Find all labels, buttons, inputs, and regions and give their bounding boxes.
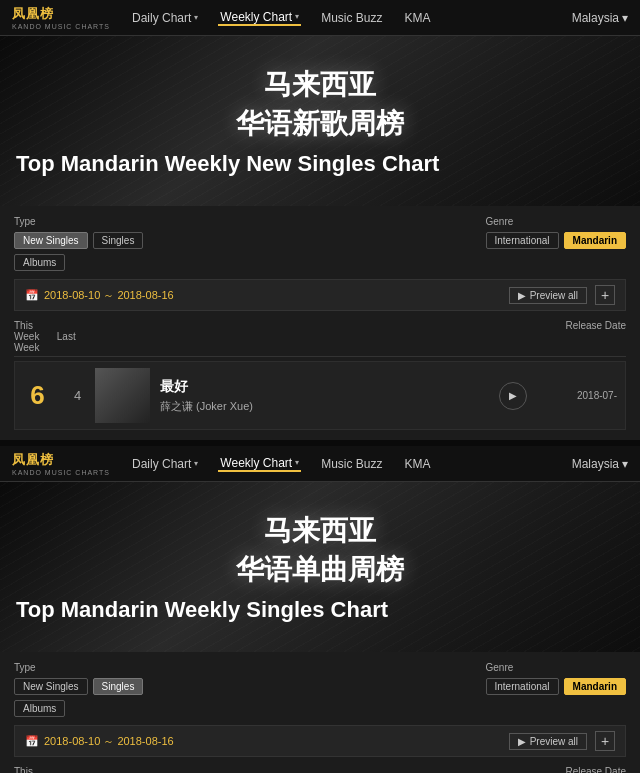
type-filter-2: Type New Singles Singles Albums [14,662,143,717]
btn-international-2[interactable]: International [486,678,559,695]
filter-row-2: Type New Singles Singles Albums Genre In… [14,662,626,717]
table-header-2: This Week Last Week Release Date [14,763,626,773]
btn-international[interactable]: International [486,232,559,249]
navigation: 凤凰榜 KANDO MUSIC CHARTS Daily Chart ▾ Wee… [0,0,640,36]
hero-title-en-2: Top Mandarin Weekly Singles Chart [0,589,640,623]
date-bar-1: 📅 2018-08-10 ～ 2018-08-16 ▶ Preview all … [14,279,626,311]
thumb-background [95,368,150,423]
section-new-singles: 凤凰榜 KANDO MUSIC CHARTS Daily Chart ▾ Wee… [0,0,640,440]
logo-text: 凤凰榜 [12,5,110,23]
btn-albums-2[interactable]: Albums [14,700,65,717]
genre-btn-group-2: International Mandarin [486,678,627,695]
hero-title-cn: 马来西亚 华语新歌周榜 [236,65,404,143]
region-selector-2[interactable]: Malaysia ▾ [572,457,628,471]
album-thumb-1: 最好 [95,368,150,423]
type-btn-group-row2: Albums [14,254,143,271]
btn-singles[interactable]: Singles [93,232,144,249]
play-icon-2: ▶ [518,736,526,747]
type-btn-group-row2-2: Albums [14,700,143,717]
btn-mandarin-2[interactable]: Mandarin [564,678,626,695]
type-filter: Type New Singles Singles Albums [14,216,143,271]
genre-label-2: Genre [486,662,627,673]
type-btn-group-row1-2: New Singles Singles [14,678,143,695]
nav-daily-chart-2[interactable]: Daily Chart ▾ [130,456,200,472]
nav-kma-2[interactable]: KMA [403,456,433,472]
hero-title-cn-2: 马来西亚 华语单曲周榜 [236,511,404,589]
release-date-1: 2018-07- [537,390,617,401]
table-header-1: This Week Last Week Release Date [14,317,626,357]
nav-weekly-chart-2[interactable]: Weekly Chart ▾ [218,456,301,472]
chart-row-1: 6 4 最好 最好 薛之谦 (Joker Xue) ▶ 2018-07- [14,361,626,430]
chevron-down-icon: ▾ [295,12,299,21]
preview-all-button-2[interactable]: ▶ Preview all [509,733,587,750]
genre-btn-group: International Mandarin [486,232,627,249]
genre-filter-2: Genre International Mandarin [486,662,627,717]
chevron-down-icon-2: ▾ [194,459,198,468]
navigation-2: 凤凰榜 KANDO MUSIC CHARTS Daily Chart ▾ Wee… [0,446,640,482]
btn-new-singles-2[interactable]: New Singles [14,678,88,695]
chevron-down-icon-4: ▾ [622,457,628,471]
date-controls-2: ▶ Preview all + [509,731,615,751]
add-button-2[interactable]: + [595,731,615,751]
col-release-header: Release Date [536,320,626,353]
region-selector[interactable]: Malaysia ▾ [572,11,628,25]
calendar-icon-2: 📅 [25,735,39,748]
hero-banner-2: 马来西亚 华语单曲周榜 Top Mandarin Weekly Singles … [0,482,640,652]
date-controls-1: ▶ Preview all + [509,285,615,305]
add-button[interactable]: + [595,285,615,305]
rank-number: 6 [15,380,60,411]
play-icon: ▶ [518,290,526,301]
hero-banner: 马来西亚 华语新歌周榜 Top Mandarin Weekly New Sing… [0,36,640,206]
nav-kma[interactable]: KMA [403,10,433,26]
song-info-1: 最好 薛之谦 (Joker Xue) [160,378,499,414]
chevron-down-icon-3: ▾ [295,458,299,467]
play-button-1[interactable]: ▶ [499,382,527,410]
song-artist-1: 薛之谦 (Joker Xue) [160,399,499,414]
song-title-1: 最好 [160,378,499,396]
preview-all-button[interactable]: ▶ Preview all [509,287,587,304]
type-label: Type [14,216,143,227]
last-week-rank: 4 [60,388,95,403]
date-bar-2: 📅 2018-08-10 ～ 2018-08-16 ▶ Preview all … [14,725,626,757]
logo-sub: KANDO MUSIC CHARTS [12,23,110,30]
type-btn-group-row1: New Singles Singles [14,232,143,249]
col-this-week-header: This Week Last Week [14,320,94,353]
nav-items-2: Daily Chart ▾ Weekly Chart ▾ Music Buzz … [130,456,572,472]
col-release-header-2: Release Date [536,766,626,773]
section-singles: 凤凰榜 KANDO MUSIC CHARTS Daily Chart ▾ Wee… [0,446,640,773]
logo-text-2: 凤凰榜 [12,451,110,469]
type-label-2: Type [14,662,143,673]
logo-2: 凤凰榜 KANDO MUSIC CHARTS [12,451,110,476]
chevron-down-icon: ▾ [622,11,628,25]
btn-albums[interactable]: Albums [14,254,65,271]
col-this-week-header-2: This Week Last Week [14,766,94,773]
nav-items: Daily Chart ▾ Weekly Chart ▾ Music Buzz … [130,10,572,26]
nav-weekly-chart[interactable]: Weekly Chart ▾ [218,10,301,26]
btn-new-singles[interactable]: New Singles [14,232,88,249]
chart-body-2: Type New Singles Singles Albums Genre In… [0,652,640,773]
nav-daily-chart[interactable]: Daily Chart ▾ [130,10,200,26]
chevron-down-icon: ▾ [194,13,198,22]
hero-title-en: Top Mandarin Weekly New Singles Chart [0,143,640,177]
genre-label: Genre [486,216,627,227]
btn-mandarin[interactable]: Mandarin [564,232,626,249]
calendar-icon: 📅 [25,289,39,302]
filter-row-1: Type New Singles Singles Albums Genre In… [14,216,626,271]
logo-sub-2: KANDO MUSIC CHARTS [12,469,110,476]
btn-singles-2[interactable]: Singles [93,678,144,695]
genre-filter: Genre International Mandarin [486,216,627,271]
nav-music-buzz-2[interactable]: Music Buzz [319,456,384,472]
nav-music-buzz[interactable]: Music Buzz [319,10,384,26]
date-range-1: 📅 2018-08-10 ～ 2018-08-16 [25,288,174,303]
date-range-2: 📅 2018-08-10 ～ 2018-08-16 [25,734,174,749]
logo: 凤凰榜 KANDO MUSIC CHARTS [12,5,110,30]
chart-body-1: Type New Singles Singles Albums Genre In… [0,206,640,440]
